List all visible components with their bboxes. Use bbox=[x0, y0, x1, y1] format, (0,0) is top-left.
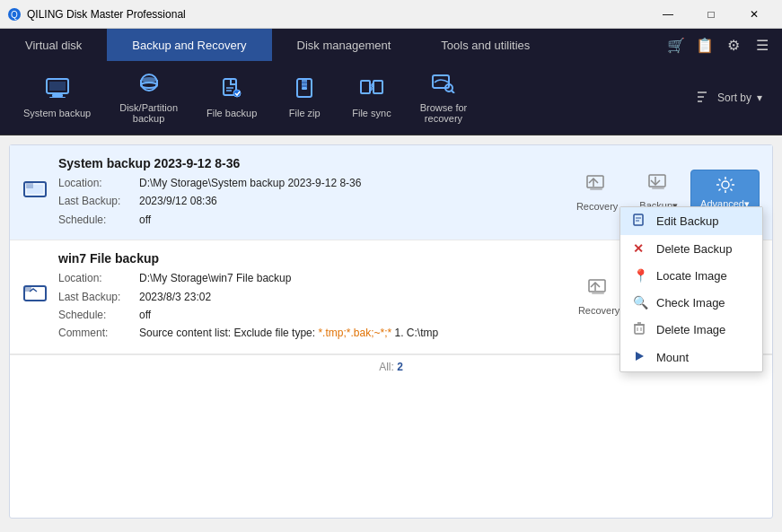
svg-rect-5 bbox=[49, 97, 66, 98]
window-controls: — □ ✕ bbox=[647, 0, 775, 29]
status-count: 2 bbox=[397, 361, 403, 373]
svg-rect-37 bbox=[652, 188, 664, 189]
file-backup-icon bbox=[219, 77, 244, 104]
svg-text:Q: Q bbox=[11, 10, 18, 20]
backup2-comment-label: Comment: bbox=[58, 324, 139, 342]
dropdown-delete-image[interactable]: Delete Image bbox=[620, 316, 762, 344]
sort-lines-icon bbox=[698, 91, 712, 106]
backup1-location: D:\My Storage\System backup 2023-9-12 8-… bbox=[139, 177, 361, 189]
svg-line-46 bbox=[718, 188, 720, 190]
svg-rect-63 bbox=[635, 325, 644, 334]
backup2-lastbackup-label: Last Backup: bbox=[58, 288, 139, 306]
svg-rect-18 bbox=[302, 83, 307, 85]
backup2-meta: Location:D:\My Storage\win7 File backup … bbox=[58, 269, 558, 343]
backup1-icon bbox=[22, 179, 48, 206]
svg-rect-3 bbox=[49, 82, 66, 91]
backup2-info: win7 File backup Location:D:\My Storage\… bbox=[58, 251, 558, 343]
svg-line-45 bbox=[730, 179, 732, 180]
backup1-recovery-label: Recovery bbox=[576, 201, 618, 212]
tab-tools-utilities[interactable]: Tools and utilities bbox=[416, 29, 555, 61]
file-backup-button[interactable]: File backup bbox=[194, 72, 269, 124]
svg-rect-19 bbox=[302, 85, 307, 87]
menu-icon-button[interactable]: ☰ bbox=[750, 32, 775, 57]
close-button[interactable]: ✕ bbox=[734, 0, 775, 29]
mount-label: Mount bbox=[656, 351, 689, 364]
svg-marker-68 bbox=[636, 352, 644, 361]
backup2-comment-exclude: *.tmp;*.bak;~*;* bbox=[318, 327, 391, 339]
edit-icon bbox=[633, 214, 649, 229]
advanced-icon-1 bbox=[716, 176, 735, 196]
backup1-info: System backup 2023-9-12 8-36 Location:D:… bbox=[58, 156, 557, 229]
backup1-lastbackup: 2023/9/12 08:36 bbox=[139, 195, 217, 207]
backup1-location-label: Location: bbox=[58, 174, 139, 192]
mount-icon bbox=[633, 350, 649, 365]
svg-rect-16 bbox=[302, 79, 307, 82]
file-sync-button[interactable]: File sync bbox=[339, 72, 403, 124]
maximize-button[interactable]: □ bbox=[690, 0, 732, 29]
file-sync-label: File sync bbox=[352, 108, 391, 118]
svg-point-38 bbox=[722, 181, 729, 188]
license-icon-button[interactable]: 📋 bbox=[692, 32, 717, 57]
backup2-schedule-label: Schedule: bbox=[58, 306, 139, 324]
sort-by-button[interactable]: Sort by ▾ bbox=[689, 85, 771, 111]
title-bar: Q QILING Disk Master Professional — □ ✕ bbox=[0, 0, 782, 29]
locate-image-label: Locate Image bbox=[656, 269, 727, 283]
dropdown-check-image[interactable]: 🔍 Check Image bbox=[620, 289, 762, 316]
disk-backup-icon bbox=[136, 72, 162, 99]
svg-line-25 bbox=[452, 91, 454, 93]
system-backup-icon bbox=[45, 77, 70, 104]
file-backup-label: File backup bbox=[206, 108, 257, 118]
backup2-lastbackup: 2023/8/3 23:02 bbox=[139, 291, 211, 303]
file-zip-button[interactable]: File zip bbox=[273, 72, 336, 124]
backup2-location-label: Location: bbox=[58, 269, 139, 287]
svg-rect-4 bbox=[52, 94, 63, 97]
dropdown-delete-backup[interactable]: ✕ Delete Backup bbox=[620, 235, 762, 262]
browse-recovery-icon bbox=[431, 72, 456, 99]
delete-image-icon bbox=[633, 322, 649, 337]
svg-point-10 bbox=[141, 83, 157, 88]
nav-icons: 🛒 📋 ⚙ ☰ bbox=[663, 29, 782, 61]
disk-partition-backup-button[interactable]: Disk/Partition backup bbox=[107, 66, 190, 129]
backup1-meta: Location:D:\My Storage\System backup 202… bbox=[58, 174, 557, 229]
toolbar: System backup Disk/Partition backup File… bbox=[0, 61, 782, 135]
locate-icon: 📍 bbox=[633, 268, 649, 283]
svg-line-44 bbox=[730, 188, 732, 190]
svg-rect-21 bbox=[361, 81, 370, 93]
tab-backup-recovery[interactable]: Backup and Recovery bbox=[107, 29, 271, 61]
backup2-location: D:\My Storage\win7 File backup bbox=[139, 272, 291, 284]
backup1-schedule: off bbox=[139, 214, 151, 226]
status-all-label: All: bbox=[379, 361, 394, 373]
nav-tabs: Virtual disk Backup and Recovery Disk ma… bbox=[0, 29, 782, 61]
browse-recovery-label: Browse for recovery bbox=[420, 102, 468, 124]
delete-backup-label: Delete Backup bbox=[656, 242, 733, 256]
minimize-button[interactable]: — bbox=[647, 0, 689, 29]
check-image-icon: 🔍 bbox=[633, 295, 649, 310]
advanced-dropdown-menu: Edit Backup ✕ Delete Backup 📍 Locate Ima… bbox=[619, 206, 763, 372]
app-icon: Q bbox=[7, 7, 22, 22]
browse-recovery-button[interactable]: Browse for recovery bbox=[408, 66, 480, 129]
svg-rect-17 bbox=[302, 82, 307, 83]
dropdown-mount[interactable]: Mount bbox=[620, 344, 762, 371]
tab-disk-management[interactable]: Disk management bbox=[272, 29, 417, 61]
backup2-recovery-label: Recovery bbox=[578, 305, 619, 316]
svg-rect-20 bbox=[302, 87, 307, 90]
file-sync-icon bbox=[359, 77, 384, 104]
backup1-title: System backup 2023-9-12 8-36 bbox=[58, 156, 557, 170]
backup2-comment-prefix: Source content list: Exclude file type: bbox=[139, 327, 318, 339]
system-backup-button[interactable]: System backup bbox=[11, 72, 103, 124]
backup1-lastbackup-label: Last Backup: bbox=[58, 192, 139, 210]
cart-icon-button[interactable]: 🛒 bbox=[663, 32, 689, 57]
backup-icon-1 bbox=[648, 173, 670, 197]
disk-backup-label: Disk/Partition backup bbox=[119, 102, 178, 124]
svg-rect-22 bbox=[373, 81, 382, 93]
sort-chevron-icon: ▾ bbox=[757, 92, 762, 104]
settings-icon-button[interactable]: ⚙ bbox=[721, 32, 746, 57]
tab-virtual-disk[interactable]: Virtual disk bbox=[0, 29, 107, 61]
delete-image-label: Delete Image bbox=[656, 323, 725, 336]
backup1-recovery-button[interactable]: Recovery bbox=[567, 170, 627, 215]
svg-rect-34 bbox=[590, 188, 602, 190]
sort-by-label: Sort by bbox=[717, 92, 751, 104]
recovery-icon-1 bbox=[586, 174, 608, 198]
dropdown-locate-image[interactable]: 📍 Locate Image bbox=[620, 262, 762, 289]
dropdown-edit-backup[interactable]: Edit Backup bbox=[620, 207, 762, 235]
